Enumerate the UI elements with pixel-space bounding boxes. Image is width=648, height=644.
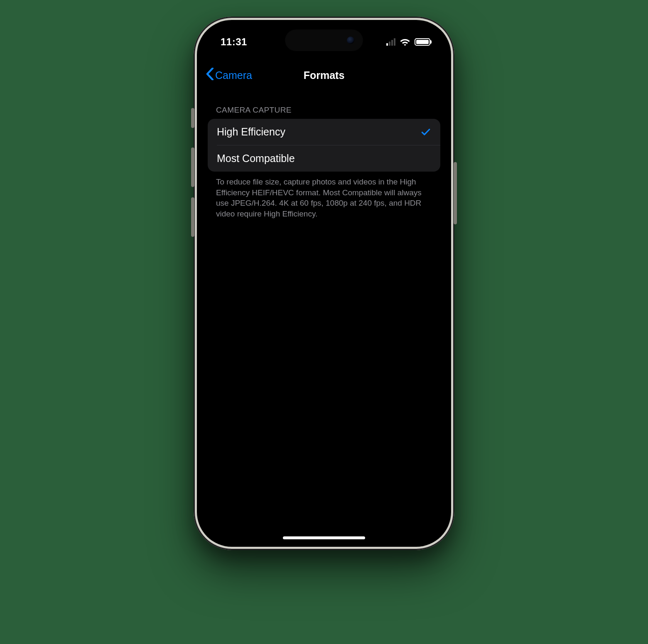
checkmark-icon [420, 127, 431, 138]
section-footer: To reduce file size, capture photos and … [208, 172, 440, 219]
section-header: CAMERA CAPTURE [208, 100, 440, 119]
option-high-efficiency[interactable]: High Efficiency [208, 119, 440, 145]
front-camera-icon [347, 37, 354, 44]
option-label: High Efficiency [217, 126, 285, 138]
clock: 11:31 [221, 36, 247, 48]
cellular-icon [386, 38, 395, 46]
battery-icon [415, 38, 430, 46]
content: CAMERA CAPTURE High Efficiency Most Comp… [198, 100, 450, 219]
dynamic-island [285, 30, 363, 51]
home-indicator[interactable] [283, 536, 365, 539]
silent-switch[interactable] [191, 108, 194, 128]
volume-down-button[interactable] [191, 197, 194, 237]
volume-up-button[interactable] [191, 147, 194, 187]
power-button[interactable] [454, 162, 457, 224]
back-button[interactable]: Camera [206, 68, 252, 83]
back-label: Camera [215, 69, 252, 81]
screen: 11:31 [198, 21, 450, 546]
chevron-left-icon [206, 68, 214, 83]
option-group: High Efficiency Most Compatible [208, 119, 440, 172]
wifi-icon [400, 38, 410, 46]
option-most-compatible[interactable]: Most Compatible [217, 145, 440, 172]
nav-bar: Camera Formats [198, 62, 450, 88]
phone-frame: 11:31 [194, 17, 454, 550]
option-label: Most Compatible [217, 152, 295, 165]
